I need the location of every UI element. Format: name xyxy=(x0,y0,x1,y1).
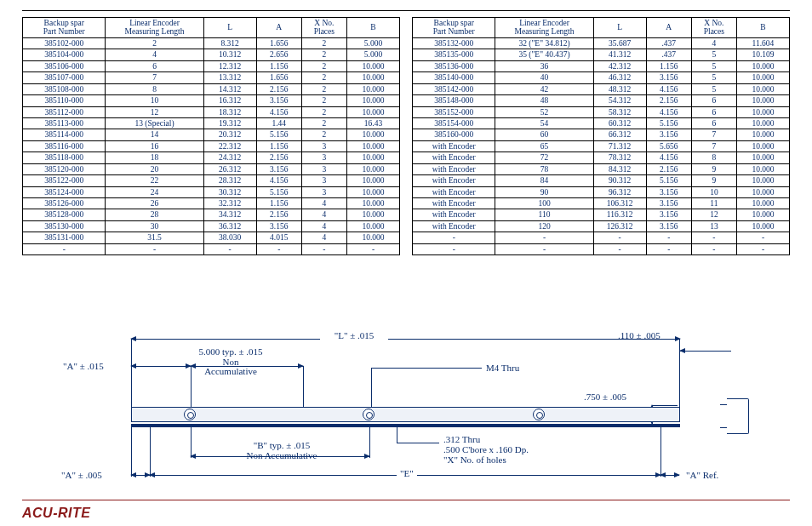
cell: 78 xyxy=(495,163,593,174)
cell: 35 ("E" 40.437) xyxy=(495,49,593,60)
cell: 10.000 xyxy=(736,106,789,117)
cell: 5.000 xyxy=(346,49,399,60)
cell: 10.000 xyxy=(346,95,399,106)
cell: 16 xyxy=(106,140,203,152)
ext-E-right xyxy=(660,424,661,477)
cell: 3.156 xyxy=(646,198,691,209)
cell: 2 xyxy=(301,49,346,60)
cell: 10.000 xyxy=(346,60,399,71)
cell: 28.312 xyxy=(203,175,256,186)
table-row: 385135-00035 ("E" 40.437)41.312.437510.1… xyxy=(413,49,790,60)
cell: - xyxy=(736,232,789,243)
cell: .437 xyxy=(646,37,691,49)
cell: 2.156 xyxy=(646,95,691,106)
cell: 385124-000 xyxy=(23,186,106,197)
col-header: Backup sparPart Number xyxy=(23,18,106,38)
table-row: 385120-0002026.3123.156310.000 xyxy=(23,163,400,174)
cell: 10.000 xyxy=(346,186,399,197)
cell: 385102-000 xyxy=(23,37,106,49)
col-header: X No.Places xyxy=(691,18,736,38)
cell: 19.312 xyxy=(203,117,256,129)
cell: 10.000 xyxy=(346,106,399,117)
cell: 24.312 xyxy=(203,152,256,163)
cell: 8.312 xyxy=(203,37,256,49)
cell: 2 xyxy=(301,95,346,106)
cell: - xyxy=(413,232,495,243)
cell: - xyxy=(203,243,256,254)
cell: 2.156 xyxy=(256,83,301,94)
cell: - xyxy=(736,243,789,254)
cell: 2 xyxy=(301,106,346,117)
cell: 5.656 xyxy=(646,140,691,152)
cell: - xyxy=(593,243,646,254)
cell: 3.156 xyxy=(256,163,301,174)
cell: 22.312 xyxy=(203,140,256,152)
cell: 385122-000 xyxy=(23,175,106,186)
cell: 54 xyxy=(495,117,593,129)
label-A015: "A" ± .015 xyxy=(63,361,104,371)
cell: 385126-000 xyxy=(23,198,106,209)
cell: 3.156 xyxy=(646,220,691,232)
cell: 2.656 xyxy=(256,49,301,60)
cell: 5 xyxy=(691,83,736,94)
cell: - xyxy=(256,243,301,254)
cell: 4.156 xyxy=(646,152,691,163)
cell: 6 xyxy=(691,117,736,129)
cell: 90.312 xyxy=(593,175,646,186)
table-row: 385130-0003036.3123.156410.000 xyxy=(23,220,400,232)
cell: - xyxy=(495,232,593,243)
cell: 96.312 xyxy=(593,186,646,197)
col-header: A xyxy=(646,18,691,38)
cell: 3.156 xyxy=(646,209,691,220)
cell: 30.312 xyxy=(203,186,256,197)
cell: 10.000 xyxy=(346,83,399,94)
cell: 385160-000 xyxy=(413,129,495,140)
cell: 10 xyxy=(106,95,203,106)
cell: 385148-000 xyxy=(413,95,495,106)
cell: 65 xyxy=(495,140,593,152)
cell: 58.312 xyxy=(593,106,646,117)
table-row: with Encoder120126.3123.1561310.000 xyxy=(413,220,790,232)
cell: 385113-000 xyxy=(23,117,106,129)
cell: 2.156 xyxy=(646,163,691,174)
cell: 110 xyxy=(495,209,593,220)
cell: 385154-000 xyxy=(413,117,495,129)
cell: 1.156 xyxy=(256,140,301,152)
ext-E-left xyxy=(150,424,151,477)
table-row: 385104-000410.3122.65625.000 xyxy=(23,49,400,60)
cell: 385114-000 xyxy=(23,129,106,140)
cell: 12 xyxy=(106,106,203,117)
cell: 84 xyxy=(495,175,593,186)
cell: 8 xyxy=(691,152,736,163)
table-row: 385131-00031.538.0304.015410.000 xyxy=(23,232,400,243)
cell: 60 xyxy=(495,129,593,140)
cell: 10.000 xyxy=(736,198,789,209)
cell: 4 xyxy=(691,37,736,49)
cell: 48 xyxy=(495,95,593,106)
diagram: "L" ± .015 "A" ± .015 5.000 typ. ± .015N… xyxy=(22,332,790,497)
table-row: 385128-0002834.3122.156410.000 xyxy=(23,209,400,220)
cell: 10.000 xyxy=(736,95,789,106)
table-row: 385152-0005258.3124.156610.000 xyxy=(413,106,790,117)
cell: - xyxy=(106,243,203,254)
cell: with Encoder xyxy=(413,175,495,186)
cell: 5.156 xyxy=(646,117,691,129)
cell: 10.000 xyxy=(346,232,399,243)
cell: 12.312 xyxy=(203,60,256,71)
cell: 7 xyxy=(691,140,736,152)
cell: 71.312 xyxy=(593,140,646,152)
cell: 16.312 xyxy=(203,95,256,106)
label-5typ: 5.000 typ. ± .015NonAccumulative xyxy=(171,347,290,377)
cell: 26 xyxy=(106,198,203,209)
cell: 4 xyxy=(106,49,203,60)
table-row: 385124-0002430.3125.156310.000 xyxy=(23,186,400,197)
cell: 9 xyxy=(691,175,736,186)
col-header: Linear EncoderMeasuring Length xyxy=(495,18,593,38)
cell: 10 xyxy=(691,186,736,197)
cell: 385106-000 xyxy=(23,60,106,71)
cell: 4 xyxy=(301,232,346,243)
cell: - xyxy=(593,232,646,243)
cell: 32.312 xyxy=(203,198,256,209)
cell: 18.312 xyxy=(203,106,256,117)
table-row: 385108-000814.3122.156210.000 xyxy=(23,83,400,94)
